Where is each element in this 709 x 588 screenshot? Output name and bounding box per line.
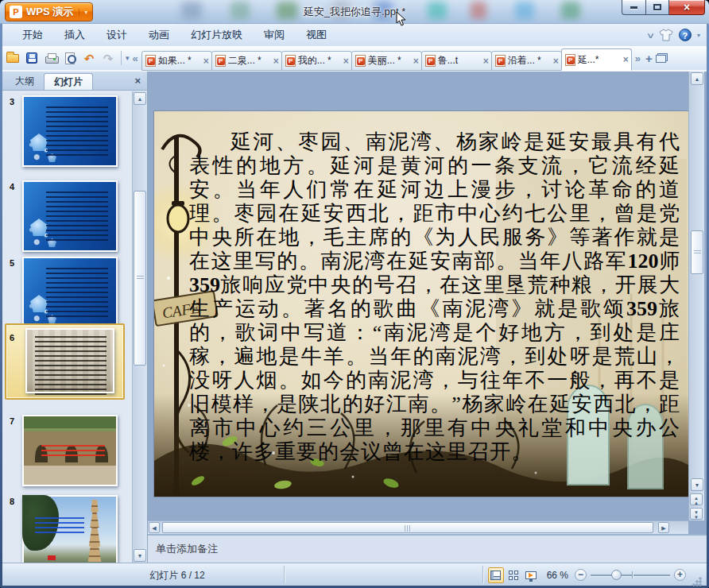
help-icon[interactable]: ? bbox=[679, 29, 692, 41]
scroll-right-icon[interactable]: ▶ bbox=[658, 522, 669, 533]
close-tab-icon[interactable]: × bbox=[553, 56, 559, 67]
zoom-slider[interactable] bbox=[591, 569, 670, 581]
panel-scrollbar[interactable]: ▲ ▼ bbox=[132, 91, 147, 563]
next-slide-button[interactable]: ▼▼ bbox=[690, 508, 703, 520]
close-tab-icon[interactable]: × bbox=[203, 56, 209, 67]
close-tab-icon[interactable]: × bbox=[483, 56, 489, 67]
collapse-ribbon-icon[interactable]: ∨ bbox=[645, 31, 655, 40]
document-tab[interactable]: P我的... *× bbox=[281, 51, 352, 71]
slideshow-button[interactable] bbox=[523, 567, 539, 583]
close-tab-icon[interactable]: × bbox=[413, 56, 419, 67]
statusbar-divider bbox=[284, 566, 285, 583]
arrange-windows-icon[interactable] bbox=[656, 53, 668, 63]
zoom-slider-rail bbox=[591, 574, 670, 576]
scroll-left-icon[interactable]: ◀ bbox=[149, 522, 160, 533]
menu-tab[interactable]: 动画 bbox=[149, 28, 169, 42]
slide-text-run: 旅的，歌词中写道：“南泥湾是个好地方，到处是庄稼，遍地是牛羊。当年的南泥湾，到处… bbox=[189, 297, 680, 463]
document-tab-label: 如果... * bbox=[158, 54, 202, 68]
tab-outline[interactable]: 大纲 bbox=[6, 73, 44, 90]
print-button[interactable] bbox=[42, 49, 60, 67]
redo-button[interactable]: ↷ bbox=[99, 49, 117, 67]
slide-thumbnail-row: 8 bbox=[2, 495, 131, 563]
slide-thumbnail-row: 4 bbox=[2, 180, 131, 257]
slide-editor: CAFE bbox=[148, 72, 707, 563]
scroll-down-icon[interactable]: ▼ bbox=[691, 478, 703, 491]
scroll-down-icon[interactable]: ▼ bbox=[134, 549, 146, 562]
slide-thumbnail[interactable] bbox=[22, 257, 118, 328]
document-tab[interactable]: P沿着... *× bbox=[491, 51, 562, 71]
slide-thumbnail[interactable] bbox=[22, 415, 118, 486]
menu-tab[interactable]: 视图 bbox=[306, 28, 327, 42]
resize-grip[interactable] bbox=[692, 577, 702, 586]
zoom-slider-handle[interactable] bbox=[611, 570, 622, 580]
save-button[interactable] bbox=[23, 49, 41, 67]
notes-panel[interactable]: 单击添加备注 bbox=[148, 534, 707, 563]
close-tab-icon[interactable]: × bbox=[343, 56, 349, 67]
scroll-up-icon[interactable]: ▲ bbox=[691, 72, 703, 85]
vertical-scrollbar-thumb[interactable] bbox=[691, 230, 703, 274]
panel-scrollbar-thumb[interactable] bbox=[134, 191, 146, 366]
close-button[interactable]: × bbox=[669, 0, 705, 15]
restore-icon bbox=[653, 4, 661, 10]
document-tab[interactable]: P如果... *× bbox=[141, 51, 212, 71]
tab-slides[interactable]: 幻灯片 bbox=[44, 73, 93, 90]
menu-tab[interactable]: 设计 bbox=[107, 28, 127, 42]
print-preview-button[interactable] bbox=[61, 49, 79, 67]
scroll-up-icon[interactable]: ▲ bbox=[134, 92, 146, 105]
menu-tab[interactable]: 插入 bbox=[64, 28, 85, 42]
minimize-button[interactable] bbox=[622, 0, 645, 15]
zoom-slider-tick bbox=[632, 571, 633, 578]
scroll-tabs-right-icon[interactable]: » bbox=[635, 52, 641, 64]
close-panel-icon[interactable]: × bbox=[134, 75, 141, 87]
thumbnail-art bbox=[46, 191, 108, 241]
horizontal-scrollbar[interactable]: ◀ ▶ bbox=[148, 520, 688, 534]
restore-button[interactable] bbox=[645, 0, 669, 15]
titlebar: P WPS 演示 ▾ 延安_我把你追寻.ppt * × bbox=[0, 0, 709, 24]
ppt-file-icon: P bbox=[425, 55, 436, 67]
skin-icon[interactable] bbox=[659, 29, 673, 41]
slides-panel: 大纲 幻灯片 × 345678 ▲ ▼ bbox=[2, 72, 148, 563]
slide-thumbnail[interactable] bbox=[22, 495, 118, 563]
vertical-scrollbar[interactable]: ▲ ▼ bbox=[688, 72, 704, 520]
toolbar-options-icon[interactable]: ▾ bbox=[126, 54, 130, 62]
close-tab-icon[interactable]: × bbox=[623, 54, 629, 65]
toolbar-separator bbox=[121, 51, 122, 65]
zoom-percent: 66 % bbox=[547, 570, 568, 581]
slide-text-run: 延河、枣园、南泥湾、杨家岭是延安最具有代表性的地方。延河是黄河的一条支流，它流经… bbox=[189, 130, 680, 273]
slide-canvas[interactable]: CAFE bbox=[154, 111, 688, 497]
document-tab-label: 二泉... * bbox=[228, 54, 272, 68]
open-button[interactable] bbox=[4, 49, 21, 67]
document-tab[interactable]: P二泉... *× bbox=[211, 51, 282, 71]
document-tab[interactable]: P美丽... *× bbox=[351, 51, 422, 71]
menu-tab[interactable]: 审阅 bbox=[264, 28, 285, 42]
document-tab[interactable]: P鲁...t× bbox=[421, 51, 492, 71]
menu-tab[interactable]: 开始 bbox=[22, 28, 43, 42]
slide-body-text[interactable]: 延河、枣园、南泥湾、杨家岭是延安最具有代表性的地方。延河是黄河的一条支流，它流经… bbox=[189, 130, 680, 464]
new-document-button[interactable]: + bbox=[645, 52, 653, 65]
ppt-file-icon: P bbox=[285, 55, 296, 67]
zoom-in-button[interactable]: + bbox=[674, 569, 686, 581]
document-tab[interactable]: P延...*× bbox=[561, 48, 632, 71]
slide-thumbnail[interactable] bbox=[22, 95, 118, 167]
menu-tab[interactable]: 幻灯片放映 bbox=[191, 28, 242, 42]
document-tab-label: 美丽... * bbox=[368, 54, 412, 68]
undo-button[interactable]: ↶ bbox=[80, 49, 98, 67]
help-caret-icon[interactable]: ▾ bbox=[697, 32, 700, 39]
status-bar: 幻灯片 6 / 12 66 % − + bbox=[2, 563, 707, 586]
print-icon bbox=[45, 53, 57, 63]
wps-presentation-window: P WPS 演示 ▾ 延安_我把你追寻.ppt * × 开始插入设计动画幻灯片放… bbox=[0, 0, 709, 588]
slide-text-bold-run: 359 bbox=[626, 297, 657, 320]
quick-access-toolbar: ↶ ↷ ▾ « P如果... *×P二泉... *×P我的... *×P美丽..… bbox=[2, 46, 707, 72]
normal-view-button[interactable] bbox=[488, 567, 504, 583]
slide-sorter-button[interactable] bbox=[506, 567, 521, 583]
slide-number: 8 bbox=[10, 497, 14, 506]
slide-thumbnail[interactable] bbox=[22, 180, 118, 252]
previous-slide-button[interactable]: ▲▲ bbox=[690, 493, 703, 505]
horizontal-scrollbar-thumb[interactable] bbox=[162, 522, 653, 533]
zoom-out-button[interactable]: − bbox=[575, 569, 587, 581]
slide-thumbnail[interactable] bbox=[25, 328, 114, 393]
thumbnail-art bbox=[30, 219, 48, 236]
scroll-tabs-left-icon[interactable]: « bbox=[133, 52, 138, 64]
thumbnail-art bbox=[46, 106, 108, 156]
close-tab-icon[interactable]: × bbox=[273, 56, 279, 67]
